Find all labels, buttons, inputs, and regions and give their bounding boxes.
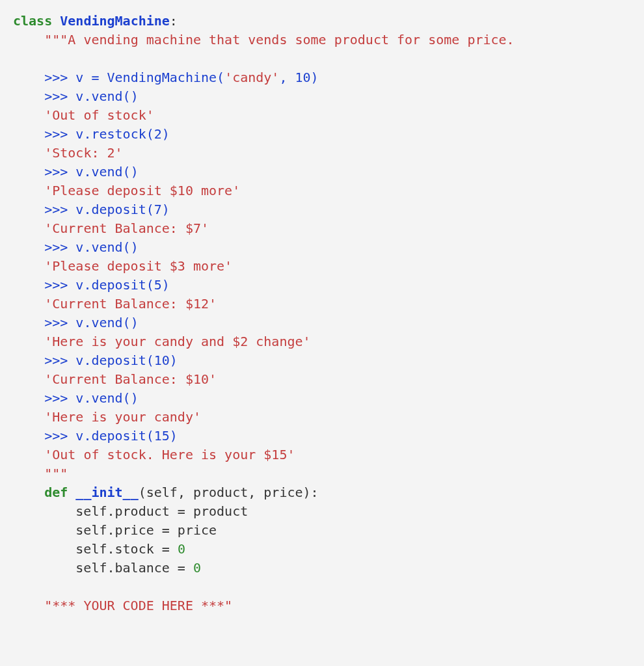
doctest-prompt: >>> [44, 277, 68, 293]
doctest-prompt: >>> [44, 390, 68, 406]
doctest-prompt: >>> [44, 428, 68, 444]
doctest-code: ) [311, 70, 319, 85]
doctest-prompt: >>> [44, 239, 68, 255]
doctest-code: v.deposit( [68, 353, 154, 368]
doctest-code: v.vend() [68, 164, 138, 180]
init-params: (self, product, price): [139, 485, 319, 500]
doctest-prompt: >>> [44, 202, 68, 217]
body-line-4-pre: self.balance = [75, 560, 193, 576]
doctest-code: v.restock( [68, 126, 154, 142]
doctest-output: 'Out of stock' [44, 107, 154, 123]
doctest-code: v.vend() [68, 390, 138, 406]
placeholder-string: "*** YOUR CODE HERE ***" [44, 598, 232, 613]
doctest-code: v.deposit( [68, 428, 154, 444]
docstring-open: """ [44, 32, 68, 47]
doctest-code: v.vend() [68, 315, 138, 330]
code-block: class VendingMachine: """A vending machi… [13, 12, 631, 615]
doctest-number: 10 [154, 353, 170, 368]
doctest-code: v = VendingMachine( [68, 70, 224, 85]
doctest-code: v.deposit( [68, 277, 154, 293]
body-line-1: self.product = product [75, 503, 248, 519]
doctest-code: v.deposit( [68, 202, 154, 217]
doctest-number: 7 [154, 202, 162, 217]
doctest-code: , [279, 70, 295, 85]
keyword-class: class [13, 13, 52, 29]
doctest-output: 'Please deposit $10 more' [44, 183, 240, 198]
func-init: __init__ [75, 485, 138, 500]
doctest-code: v.vend() [68, 239, 138, 255]
doctest-output: 'Current Balance: $12' [44, 296, 217, 312]
doctest-output: 'Please deposit $3 more' [44, 258, 232, 274]
doctest-output: 'Current Balance: $7' [44, 220, 209, 236]
body-line-4-num: 0 [193, 560, 201, 576]
doctest-prompt: >>> [44, 353, 68, 368]
class-name: VendingMachine [60, 13, 170, 29]
doctest-output: 'Here is your candy' [44, 409, 201, 425]
doctest-number: 2 [154, 126, 162, 142]
doctest-code: ) [162, 202, 170, 217]
doctest-output: 'Current Balance: $10' [44, 371, 217, 387]
keyword-def: def [44, 485, 68, 500]
doctest-code: v.vend() [68, 88, 138, 104]
doctest-number: 5 [154, 277, 162, 293]
body-line-3-pre: self.stock = [75, 541, 178, 557]
docstring-summary: A vending machine that vends some produc… [68, 32, 514, 47]
doctest-block: >>> v = VendingMachine('candy', 10) >>> … [13, 70, 319, 462]
doctest-code: ) [170, 353, 178, 368]
doctest-prompt: >>> [44, 126, 68, 142]
doctest-prompt: >>> [44, 88, 68, 104]
doctest-output: 'Stock: 2' [44, 145, 122, 161]
body-line-3-num: 0 [178, 541, 185, 557]
doctest-prompt: >>> [44, 164, 68, 180]
doctest-number: 15 [154, 428, 170, 444]
doctest-number: 10 [295, 70, 311, 85]
doctest-string: 'candy' [224, 70, 279, 85]
doctest-code: ) [162, 126, 170, 142]
docstring-close: """ [44, 466, 68, 481]
body-line-2: self.price = price [75, 522, 217, 538]
doctest-code: ) [170, 428, 178, 444]
doctest-output: 'Out of stock. Here is your $15' [44, 447, 295, 462]
doctest-prompt: >>> [44, 70, 68, 85]
doctest-code: ) [162, 277, 170, 293]
colon: : [170, 13, 178, 29]
doctest-output: 'Here is your candy and $2 change' [44, 334, 310, 349]
doctest-prompt: >>> [44, 315, 68, 330]
